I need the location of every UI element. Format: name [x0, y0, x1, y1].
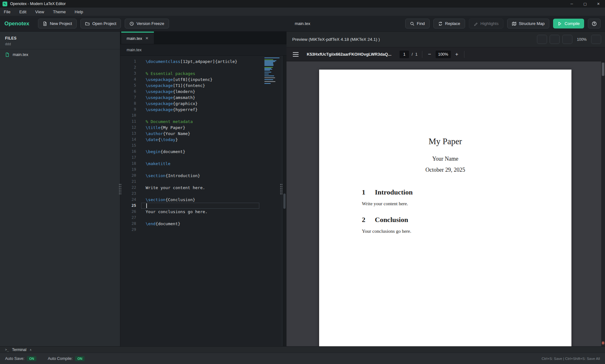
menu-edit[interactable]: Edit — [19, 9, 26, 14]
folder-icon — [85, 22, 90, 26]
editor-scrollbar-thumb[interactable] — [283, 194, 286, 209]
code-text — [141, 215, 146, 221]
code-line: 21 — [120, 179, 282, 185]
replace-button[interactable]: Replace — [433, 19, 465, 28]
new-project-label: New Project — [50, 21, 72, 26]
code-line: 28\end{document} — [120, 221, 282, 227]
file-item-main-tex[interactable]: main.tex — [0, 49, 120, 60]
preview-zoom-out-button[interactable] — [562, 35, 572, 44]
download-icon — [594, 37, 598, 42]
open-project-button[interactable]: Open Project — [80, 19, 121, 28]
compile-button[interactable]: Compile — [553, 19, 584, 28]
line-number: 14 — [120, 137, 141, 143]
minimap-line — [264, 61, 275, 62]
code-line: 12\title{My Paper} — [120, 125, 282, 131]
version-freeze-button[interactable]: Version Freeze — [125, 19, 169, 28]
play-icon — [558, 22, 562, 26]
preview-title: Preview (MiKTeX-pdfTeX 4.18 (MiKTeX 24.1… — [292, 37, 380, 42]
code-line: 6\usepackage{lmodern} — [120, 89, 282, 95]
tab-main-tex[interactable]: main.tex ✕ — [121, 32, 154, 44]
section-number: 2 — [362, 216, 365, 224]
maximize-button[interactable]: ▢ — [578, 0, 592, 8]
code-editor[interactable]: 1\documentclass[12pt,a4paper]{article}23… — [120, 56, 287, 346]
tab-close-icon[interactable]: ✕ — [145, 36, 148, 40]
line-number: 9 — [120, 107, 141, 113]
line-number: 18 — [120, 161, 141, 167]
structure-map-button[interactable]: Structure Map — [507, 19, 550, 28]
code-text — [141, 143, 146, 149]
printer-icon — [580, 51, 585, 56]
active-line-highlight — [141, 203, 259, 209]
terminal-label: Terminal — [12, 348, 26, 352]
pdf-zoom-level[interactable]: 100% — [436, 51, 451, 58]
section-body: Your conclusions go here. — [362, 229, 529, 234]
menu-theme[interactable]: Theme — [53, 9, 66, 14]
code-text: \section{Introduction} — [141, 173, 200, 179]
pdf-more-menu-button[interactable] — [594, 51, 599, 58]
archive-button[interactable] — [109, 37, 114, 43]
code-text: Your conclusions go here. — [141, 209, 208, 215]
close-button[interactable]: ✕ — [592, 0, 605, 8]
new-project-button[interactable]: New Project — [38, 19, 77, 28]
minimize-button[interactable]: ─ — [565, 0, 578, 8]
pdf-print-button[interactable] — [580, 51, 585, 58]
minimap-line — [264, 66, 280, 67]
preview-zoom-in-button[interactable] — [550, 35, 560, 44]
text-cursor — [146, 203, 147, 208]
minimap-line — [264, 63, 273, 64]
pdf-download-button[interactable] — [567, 51, 572, 58]
pdf-toolbar: K53HxfUcTgiix662aarFKOHOvgLWR3daQ... 1 /… — [287, 47, 605, 61]
files-header: FILES — [5, 36, 115, 40]
minimap-line — [264, 68, 271, 69]
minimap[interactable] — [264, 58, 280, 85]
preview-download-button[interactable] — [591, 35, 601, 44]
help-button[interactable] — [588, 19, 601, 28]
app-icon: ✎ — [3, 2, 7, 6]
line-number: 1 — [120, 59, 141, 65]
code-line: 26Your conclusions go here. — [120, 209, 282, 215]
brand-logo: Openotex — [4, 21, 29, 27]
preview-resize-handle[interactable] — [280, 183, 283, 195]
pdf-scrollbar[interactable] — [601, 61, 605, 346]
find-button[interactable]: Find — [405, 19, 430, 28]
code-line: 23 — [120, 191, 282, 197]
code-line: 19 — [120, 167, 282, 173]
pdf-zoom-out-button[interactable]: − — [427, 51, 432, 58]
minimap-line — [264, 83, 271, 84]
code-text: % Document metadata — [141, 119, 193, 125]
code-text: Write your content here. — [141, 185, 205, 191]
auto-compile-badge: ON — [75, 356, 85, 361]
pdf-scrollbar-thumb[interactable] — [602, 63, 604, 76]
minimap-line — [264, 67, 273, 68]
rotate-button[interactable] — [480, 51, 485, 58]
page-separator: / — [412, 52, 413, 57]
line-number: 6 — [120, 89, 141, 95]
section-body: Write your content here. — [362, 201, 529, 207]
menu-help[interactable]: Help — [75, 9, 83, 14]
line-number: 24 — [120, 197, 141, 203]
code-text: \section{Conclusion} — [141, 197, 195, 203]
page-count: 1 — [415, 52, 418, 57]
pdf-viewport[interactable]: My Paper Your Name October 29, 2025 1 In… — [287, 61, 605, 346]
editor-scrollbar[interactable] — [282, 56, 287, 346]
pdf-sidebar-toggle[interactable] — [293, 52, 299, 57]
pdf-zoom-in-button[interactable]: + — [454, 51, 460, 58]
minimap-line — [264, 81, 275, 82]
preview-refresh-button[interactable] — [537, 35, 547, 44]
structure-map-label: Structure Map — [519, 21, 545, 26]
file-icon — [5, 52, 9, 57]
minimap-line — [264, 78, 280, 79]
menu-view[interactable]: View — [35, 9, 44, 14]
pdf-document-title: K53HxfUcTgiix662aarFKOHOvgLWR3daQ... — [307, 52, 391, 57]
terminal-toggle-bar[interactable]: >_ Terminal ∧ — [0, 346, 605, 353]
page-number-input[interactable]: 1 — [400, 51, 409, 58]
title-bar: ✎ Openotex - Modern LaTeX Editor ─ ▢ ✕ — [0, 0, 605, 8]
line-number: 3 — [120, 71, 141, 77]
highlights-button[interactable]: Highlights — [469, 19, 503, 28]
line-number: 13 — [120, 131, 141, 137]
code-line: 4\usepackage[utf8]{inputenc} — [120, 77, 282, 83]
sidebar-resize-handle[interactable] — [119, 183, 122, 195]
menu-file[interactable]: File — [4, 9, 10, 14]
code-line: 18\maketitle — [120, 161, 282, 167]
fit-page-button[interactable] — [469, 51, 474, 58]
